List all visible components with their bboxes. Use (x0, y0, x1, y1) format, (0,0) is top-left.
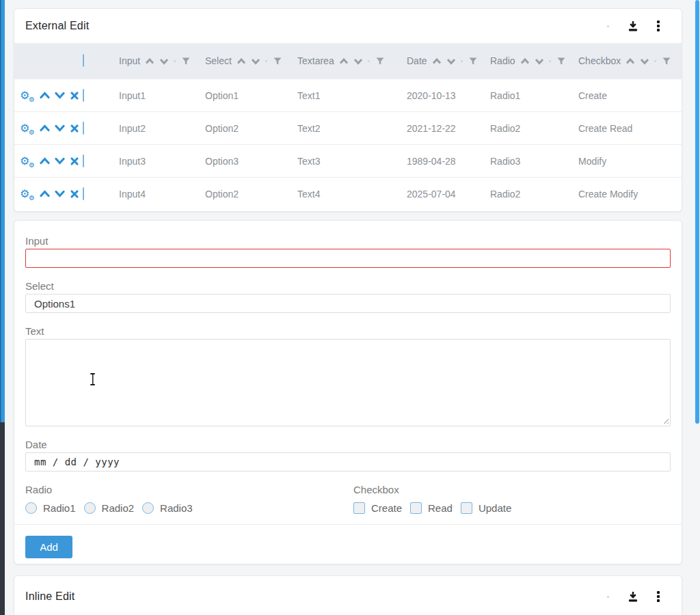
move-down-icon[interactable] (55, 189, 65, 199)
move-down-icon[interactable] (55, 123, 65, 133)
cell-select: Option2 (203, 123, 295, 134)
delete-x-icon[interactable] (70, 156, 79, 166)
cell-date: 2025-07-04 (405, 189, 488, 200)
filter-icon[interactable] (376, 57, 384, 65)
column-label-checkbox: Checkbox (578, 55, 621, 66)
sort-up-icon[interactable] (625, 57, 635, 65)
column-label-date: Date (407, 55, 427, 66)
checkbox-option-create[interactable] (353, 502, 365, 514)
move-up-icon[interactable] (40, 189, 50, 199)
filter-icon[interactable] (469, 57, 477, 65)
text-field-label: Text (25, 325, 671, 338)
cell-select: Option3 (203, 156, 295, 167)
checkbox-group-label: Checkbox (353, 483, 520, 497)
dot-separator (607, 596, 609, 598)
cell-checkbox: Modify (576, 156, 682, 167)
move-down-icon[interactable] (55, 156, 65, 166)
cell-select: Option2 (203, 189, 295, 200)
sort-up-icon[interactable] (237, 57, 246, 65)
cell-radio: Radio3 (488, 156, 576, 167)
cogs-icon[interactable]: ⚙⚙ (20, 122, 35, 135)
checkbox-option-read[interactable] (410, 502, 422, 514)
cogs-icon[interactable]: ⚙⚙ (20, 155, 35, 167)
move-up-icon[interactable] (40, 123, 50, 133)
row-checkbox[interactable] (83, 154, 84, 167)
inline-edit-card-header: Inline Edit (14, 576, 682, 615)
sort-down-icon[interactable] (535, 57, 544, 65)
cell-input: Input3 (117, 156, 203, 167)
left-edge-panel (0, 0, 5, 615)
kebab-menu-icon[interactable] (656, 590, 661, 603)
download-icon[interactable] (627, 20, 639, 32)
cell-radio: Radio2 (488, 189, 576, 200)
radio-option-label: Radio1 (43, 502, 76, 514)
move-up-icon[interactable] (40, 90, 50, 100)
text-field[interactable] (25, 339, 671, 426)
cell-date: 1989-04-28 (405, 156, 488, 167)
move-up-icon[interactable] (40, 156, 50, 166)
checkbox-option-label: Create (371, 502, 402, 514)
radio-option-radio2[interactable] (84, 502, 96, 514)
select-field[interactable]: Options1 (25, 294, 671, 313)
sort-up-icon[interactable] (145, 57, 154, 65)
delete-x-icon[interactable] (70, 91, 79, 100)
card-title: Inline Edit (25, 590, 75, 603)
filter-icon[interactable] (662, 57, 671, 65)
sort-down-icon[interactable] (640, 57, 649, 65)
sort-down-icon[interactable] (353, 57, 363, 65)
row-checkbox[interactable] (83, 122, 84, 135)
cogs-icon[interactable]: ⚙⚙ (20, 90, 35, 102)
column-label-input: Input (119, 55, 140, 66)
select-all-checkbox[interactable] (83, 54, 84, 67)
input-field-label: Input (25, 234, 671, 248)
radio-option-radio1[interactable] (25, 502, 37, 514)
card-title: External Edit (25, 20, 89, 32)
dot-separator (368, 60, 370, 62)
table-row: ⚙⚙ Input2 Option2 Text2 2021-12-22 Radio… (14, 111, 682, 144)
cell-textarea: Text2 (295, 123, 405, 134)
cell-textarea: Text1 (295, 90, 405, 101)
select-field-value: Options1 (34, 298, 75, 310)
cell-radio: Radio1 (488, 90, 576, 101)
kebab-menu-icon[interactable] (656, 19, 661, 33)
date-field-label: Date (25, 438, 671, 452)
column-label-radio: Radio (490, 55, 515, 66)
dot-separator (174, 60, 176, 62)
delete-x-icon[interactable] (70, 124, 79, 133)
left-scrollbar-thumb[interactable] (0, 0, 5, 422)
sort-down-icon[interactable] (159, 57, 169, 65)
cell-textarea: Text4 (295, 189, 405, 200)
download-icon[interactable] (627, 590, 639, 603)
table-row: ⚙⚙ Input4 Option2 Text4 2025-07-04 Radio… (14, 177, 682, 210)
page-scrollbar-thumb[interactable] (695, 0, 699, 424)
row-checkbox[interactable] (83, 187, 84, 200)
cell-date: 2021-12-22 (405, 123, 488, 134)
sort-down-icon[interactable] (251, 57, 260, 65)
cogs-icon[interactable]: ⚙⚙ (20, 188, 35, 200)
row-checkbox[interactable] (83, 89, 84, 102)
cell-checkbox: Create Read (576, 123, 682, 134)
external-edit-card: External Edit Input Select Textarea Date (14, 8, 682, 212)
delete-x-icon[interactable] (70, 189, 79, 199)
input-field[interactable] (25, 249, 671, 268)
radio-option-radio3[interactable] (142, 502, 154, 514)
filter-icon[interactable] (182, 57, 190, 65)
dot-separator (654, 60, 656, 62)
table-row: ⚙⚙ Input3 Option3 Text3 1989-04-28 Radio… (14, 144, 682, 177)
dot-separator (461, 60, 463, 62)
add-button[interactable]: Add (25, 536, 72, 558)
move-down-icon[interactable] (55, 90, 65, 100)
sort-down-icon[interactable] (446, 57, 456, 65)
dot-separator (265, 60, 267, 62)
filter-icon[interactable] (273, 57, 282, 65)
filter-icon[interactable] (557, 57, 565, 65)
column-label-textarea: Textarea (297, 55, 334, 66)
cell-radio: Radio2 (488, 123, 576, 134)
checkbox-option-label: Update (479, 502, 511, 514)
cell-textarea: Text3 (295, 156, 405, 167)
sort-up-icon[interactable] (520, 57, 530, 65)
date-field[interactable]: mm / dd / yyyy (25, 452, 671, 472)
checkbox-option-update[interactable] (461, 502, 472, 514)
sort-up-icon[interactable] (432, 57, 442, 65)
sort-up-icon[interactable] (339, 57, 349, 65)
